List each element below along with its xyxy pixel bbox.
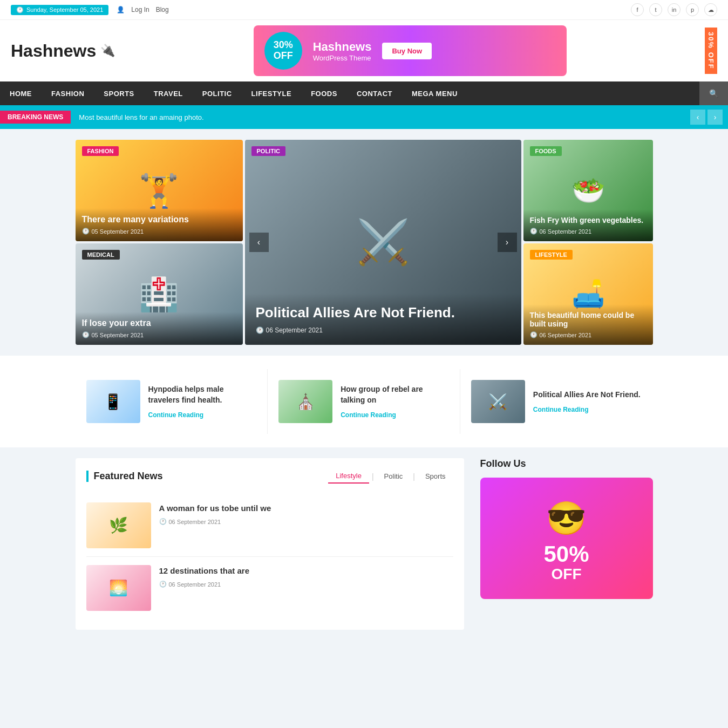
foods-card-content: Fish Fry With green vegetables. 🕐 06 Sep…: [523, 209, 653, 241]
foods-card-date: 🕐 06 September 2021: [530, 228, 647, 235]
lifestyle-badge: LIFESTYLE: [530, 250, 573, 260]
nav-megamenu[interactable]: MEGA MENU: [402, 82, 467, 105]
feat-title-3: Political Allies Are Not Friend.: [533, 390, 641, 400]
section-title: Featured News: [86, 471, 163, 482]
clock-icon: 🕐: [256, 326, 264, 334]
feat-thumb-1: 📱: [86, 380, 140, 423]
nav-foods[interactable]: FOODS: [301, 82, 347, 105]
lifestyle-card-title: This beautiful home could be built using: [530, 311, 647, 328]
news-item-1: 🌿 A woman for us tobe until we 🕐 06 Sept…: [86, 494, 453, 557]
follow-banner-image: 😎: [491, 499, 642, 538]
header: Hashnews 🔌 30% OFF Hashnews WordPress Th…: [0, 20, 728, 81]
logo-text: Hashnews: [11, 41, 96, 61]
facebook-icon[interactable]: f: [631, 3, 644, 16]
clock-icon: 🕐: [82, 331, 90, 338]
pinterest-icon[interactable]: p: [686, 3, 699, 16]
tab-politic[interactable]: Politic: [377, 470, 411, 483]
hero-next-button[interactable]: ›: [498, 233, 517, 252]
fashion-card-date: 🕐 05 September 2021: [82, 228, 236, 235]
buy-now-button[interactable]: Buy Now: [382, 43, 432, 59]
politic-badge: POLITIC: [251, 146, 285, 156]
news-content-2: 12 destinations that are 🕐 06 September …: [159, 565, 250, 611]
fashion-card: 🏋️ FASHION There are many variations 🕐 0…: [76, 140, 243, 241]
banner-ad: 30% OFF Hashnews WordPress Theme Buy Now: [254, 25, 567, 76]
fashion-badge: FASHION: [82, 146, 119, 156]
banner-side: 30% OFF: [705, 28, 717, 74]
feat-link-3[interactable]: Continue Reading: [533, 406, 589, 413]
nav-home[interactable]: HOME: [0, 82, 42, 105]
fashion-card-title: There are many variations: [82, 215, 236, 224]
left-cards: 🏋️ FASHION There are many variations 🕐 0…: [76, 140, 243, 345]
nav-contact[interactable]: CONTACT: [347, 82, 402, 105]
lifestyle-card-content: This beautiful home could be built using…: [523, 304, 653, 345]
bottom-section: Featured News Lifestyle | Politic | Spor…: [67, 458, 661, 646]
tab-divider-1: |: [372, 472, 374, 481]
follow-percent: 50%: [491, 543, 642, 566]
top-bar-links: 👤 Log In Blog: [117, 6, 168, 13]
clock-icon: 🕐: [82, 228, 90, 235]
medical-badge: MEDICAL: [82, 250, 120, 260]
instagram-icon[interactable]: in: [668, 3, 681, 16]
news-thumb-2: 🌅: [86, 565, 151, 611]
nav-sports[interactable]: SPORTS: [94, 82, 144, 105]
breaking-next-button[interactable]: ›: [707, 110, 723, 125]
foods-card: 🥗 FOODS Fish Fry With green vegetables. …: [523, 140, 653, 241]
clock-icon: 🕐: [159, 581, 167, 588]
breaking-news-bar: BREAKING NEWS Most beautiful lens for an…: [0, 105, 728, 129]
feat-thumb-3: ⚔️: [471, 380, 525, 423]
breaking-prev-button[interactable]: ‹: [690, 110, 705, 125]
feat-link-1[interactable]: Continue Reading: [148, 411, 204, 419]
hero-grid: 🏋️ FASHION There are many variations 🕐 0…: [76, 140, 653, 345]
section-header: Featured News Lifestyle | Politic | Spor…: [86, 469, 453, 484]
top-bar: 🕐 Sunday, September 05, 2021 👤 Log In Bl…: [0, 0, 728, 20]
login-link[interactable]: Log In: [131, 6, 149, 13]
tab-divider-2: |: [413, 472, 415, 481]
clock-icon: 🕐: [16, 6, 24, 13]
feat-title-2: How group of rebel are talking on: [341, 384, 449, 405]
breaking-text: Most beautiful lens for an amaing photo.: [79, 113, 690, 121]
hero-title: Political Allies Are Not Friend.: [256, 304, 511, 321]
secondary-section: 📱 Hynpodia helps male travelers find hea…: [0, 356, 728, 447]
breaking-nav: ‹ ›: [690, 110, 723, 125]
feat-card-2: ⛪ How group of rebel are talking on Cont…: [268, 369, 460, 434]
hero-date: 🕐 06 September 2021: [256, 326, 511, 334]
clock-icon: 🕐: [530, 228, 538, 235]
nav-lifestyle[interactable]: LIFESTYLE: [242, 82, 302, 105]
twitter-icon[interactable]: t: [649, 3, 662, 16]
news-thumb-1: 🌿: [86, 502, 151, 548]
banner-text: Hashnews WordPress Theme: [313, 40, 372, 62]
feat-text-1: Hynpodia helps male travelers find healt…: [148, 384, 257, 418]
secondary-inner: 📱 Hynpodia helps male travelers find hea…: [67, 369, 661, 434]
nav-fashion[interactable]: FASHION: [42, 82, 94, 105]
blog-link[interactable]: Blog: [156, 6, 169, 13]
news-date-2: 🕐 06 September 2021: [159, 581, 250, 588]
medical-card-content: If lose your extra 🕐 05 September 2021: [76, 312, 243, 345]
news-title-2: 12 destinations that are: [159, 565, 250, 576]
tabs: Lifestyle | Politic | Sports: [328, 469, 453, 484]
nav-search-button[interactable]: 🔍: [699, 81, 728, 105]
follow-banner: 😎 50% OFF: [480, 478, 653, 599]
news-content-1: A woman for us tobe until we 🕐 06 Septem…: [159, 502, 271, 548]
medical-card-date: 🕐 05 September 2021: [82, 331, 236, 338]
hero-overlay: Political Allies Are Not Friend. 🕐 06 Se…: [245, 294, 521, 345]
nav-items: HOME FASHION SPORTS TRAVEL POLITIC LIFES…: [0, 82, 699, 105]
medical-card: 🏥 MEDICAL If lose your extra 🕐 05 Septem…: [76, 243, 243, 345]
featured-cards: 📱 Hynpodia helps male travelers find hea…: [76, 369, 653, 434]
tab-lifestyle[interactable]: Lifestyle: [328, 469, 369, 484]
feat-title-1: Hynpodia helps male travelers find healt…: [148, 384, 257, 405]
banner-percent: 30% OFF: [264, 32, 302, 70]
news-date-1: 🕐 06 September 2021: [159, 518, 271, 525]
nav-travel[interactable]: TRAVEL: [144, 82, 193, 105]
tab-sports[interactable]: Sports: [418, 470, 453, 483]
top-bar-date: 🕐 Sunday, September 05, 2021: [11, 5, 108, 15]
nav-politic[interactable]: POLITIC: [193, 82, 242, 105]
hero-prev-button[interactable]: ‹: [249, 233, 269, 252]
feat-text-2: How group of rebel are talking on Contin…: [341, 384, 449, 418]
main-nav: HOME FASHION SPORTS TRAVEL POLITIC LIFES…: [0, 81, 728, 105]
breaking-label: BREAKING NEWS: [0, 111, 71, 124]
feat-link-2[interactable]: Continue Reading: [341, 411, 396, 419]
lifestyle-card: 🛋️ LIFESTYLE This beautiful home could b…: [523, 243, 653, 345]
foods-card-title: Fish Fry With green vegetables.: [530, 216, 647, 224]
rss-icon[interactable]: ☁: [704, 3, 717, 16]
news-title-1: A woman for us tobe until we: [159, 502, 271, 514]
